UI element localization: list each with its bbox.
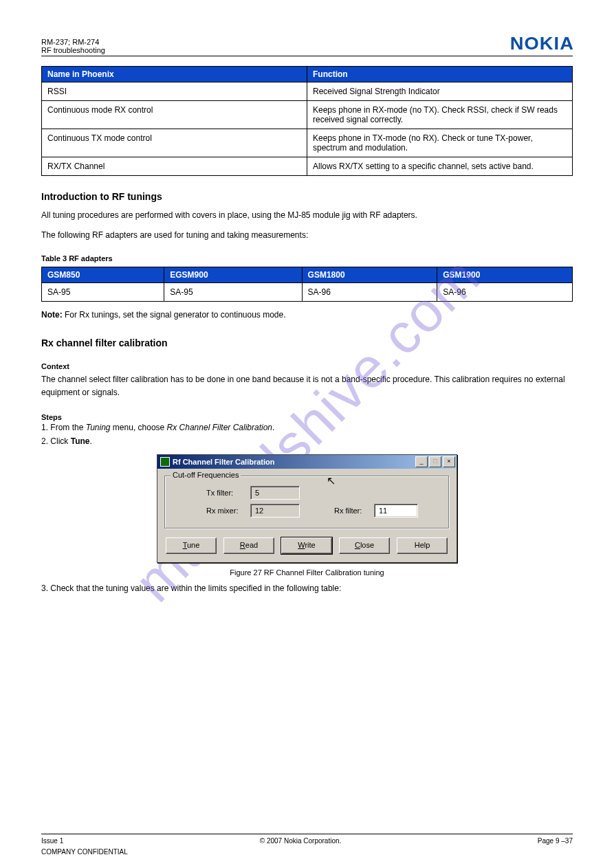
step1-em1: Tuning: [86, 423, 111, 432]
rx-heading: Rx channel filter calibration: [41, 337, 573, 348]
page-footer-sub: COMPANY CONFIDENTIAL: [41, 848, 573, 856]
close-dialog-button[interactable]: Close: [339, 537, 390, 554]
intro-heading: Introduction to RF tunings: [41, 191, 573, 202]
step3-text: Check that the tuning values are within …: [50, 583, 341, 593]
footer-center: © 2007 Nokia Corporation.: [260, 837, 342, 845]
step-3: 3. Check that the tuning values are with…: [41, 583, 573, 593]
t2-h2: GSM1800: [302, 267, 437, 283]
header-model: RM-237; RM-274 RF troubleshooting: [41, 38, 105, 54]
intro-p2: The following RF adapters are used for t…: [41, 229, 573, 242]
step3-num: 3.: [41, 583, 48, 593]
help-btn-text: Help: [415, 541, 430, 549]
page-footer: Issue 1 © 2007 Nokia Corporation. Page 9…: [41, 834, 573, 845]
help-button[interactable]: Help: [397, 537, 448, 554]
t1-r1c1: Keeps phone in RX-mode (no TX). Check RS…: [307, 101, 573, 129]
t1-r2c1: Keeps phone in TX-mode (no RX). Check or…: [307, 129, 573, 157]
rx-mixer-value: 12: [250, 504, 300, 518]
note-label: Note:: [41, 310, 65, 320]
dialog-titlebar[interactable]: Rf Channel Filter Calibration _ □ ×: [157, 455, 457, 469]
intro-p1: All tuning procedures are performed with…: [41, 209, 573, 222]
t2-r0c1: SA-95: [164, 283, 302, 302]
t1-h1: Function: [307, 67, 573, 82]
step-2: 2. Click Tune.: [41, 436, 573, 446]
context-text: The channel select filter calibration ha…: [41, 373, 573, 399]
note-text: For Rx tunings, set the signal generator…: [65, 310, 286, 320]
note-line: Note: For Rx tunings, set the signal gen…: [41, 309, 573, 322]
read-btn-rest: ead: [245, 541, 258, 549]
footer-sub-left: COMPANY CONFIDENTIAL: [41, 848, 128, 856]
tx-filter-value: 5: [250, 486, 300, 500]
rx-mixer-label: Rx mixer:: [206, 507, 243, 515]
close-btn-rest: lose: [360, 541, 374, 549]
context-heading: Context: [41, 362, 573, 370]
rx-filter-label: Rx filter:: [334, 507, 367, 515]
app-icon: [160, 457, 170, 467]
page-header: RM-237; RM-274 RF troubleshooting NOKIA: [41, 33, 573, 56]
tune-btn-rest: une: [187, 541, 199, 549]
tune-button[interactable]: Tune: [166, 537, 217, 554]
footer-right: Page 9 –37: [538, 837, 573, 845]
table-row: RX/TX Channel Allows RX/TX setting to a …: [42, 157, 573, 176]
rx-filter-value: 11: [374, 504, 418, 518]
step1-num: 1.: [41, 423, 48, 432]
step1-t3: .: [272, 423, 274, 432]
phoenix-function-table: Name in Phoenix Function RSSI Received S…: [41, 66, 573, 176]
t1-r3c1: Allows RX/TX setting to a specific chann…: [307, 157, 573, 176]
t2-h0: GSM850: [42, 267, 164, 283]
t1-h0: Name in Phoenix: [42, 67, 307, 82]
step2-t2: .: [89, 436, 91, 446]
read-button[interactable]: Read: [223, 537, 274, 554]
step1-t2: menu, choose: [111, 423, 167, 432]
table-row: Continuous mode RX control Keeps phone i…: [42, 101, 573, 129]
write-button[interactable]: Write: [281, 537, 332, 554]
footer-left: Issue 1: [41, 837, 63, 845]
step1-em2: Rx Channel Filter Calibration: [167, 423, 272, 432]
t2-h1: EGSM900: [164, 267, 302, 283]
figure-caption: Figure 27 RF Channel Filter Calibration …: [41, 568, 573, 577]
t1-r1c0: Continuous mode RX control: [42, 101, 307, 129]
cutoff-frequencies-group: Cut-off Frequencies Tx filter: 5 Rx mixe…: [164, 476, 450, 529]
table-row: Continuous TX mode control Keeps phone i…: [42, 129, 573, 157]
step2-strong: Tune: [71, 436, 90, 446]
step2-t1: Click: [50, 436, 70, 446]
t2-r0c3: SA-96: [437, 283, 573, 302]
table-row: RSSI Received Signal Strength Indicator: [42, 82, 573, 101]
t2-r0c2: SA-96: [302, 283, 437, 302]
step-1: 1. From the Tuning menu, choose Rx Chann…: [41, 423, 573, 432]
t2-r0c0: SA-95: [42, 283, 164, 302]
t1-r2c0: Continuous TX mode control: [42, 129, 307, 157]
header-left-line1: RM-237; RM-274: [41, 38, 105, 46]
t1-r0c1: Received Signal Strength Indicator: [307, 82, 573, 101]
step2-num: 2.: [41, 436, 48, 446]
maximize-button[interactable]: □: [429, 456, 441, 467]
step1-t1: From the: [50, 423, 85, 432]
rf-channel-filter-dialog: Rf Channel Filter Calibration _ □ × Cut-…: [157, 454, 457, 563]
write-btn-rest: rite: [305, 541, 315, 549]
table-row: SA-95 SA-95 SA-96 SA-96: [42, 283, 573, 302]
tx-filter-label: Tx filter:: [206, 489, 243, 497]
t1-r3c0: RX/TX Channel: [42, 157, 307, 176]
close-button[interactable]: ×: [443, 456, 455, 467]
nokia-logo: NOKIA: [510, 33, 574, 54]
dialog-title: Rf Channel Filter Calibration: [173, 458, 415, 466]
steps-heading: Steps: [41, 413, 573, 421]
header-left-line2: RF troubleshooting: [41, 46, 105, 54]
t2-h3: GSM1900: [437, 267, 573, 283]
rf-adapters-table: GSM850 EGSM900 GSM1800 GSM1900 SA-95 SA-…: [41, 267, 573, 302]
table2-caption: Table 3 RF adapters: [41, 254, 573, 263]
group-legend: Cut-off Frequencies: [171, 471, 241, 479]
t1-r0c0: RSSI: [42, 82, 307, 101]
minimize-button[interactable]: _: [415, 456, 428, 467]
